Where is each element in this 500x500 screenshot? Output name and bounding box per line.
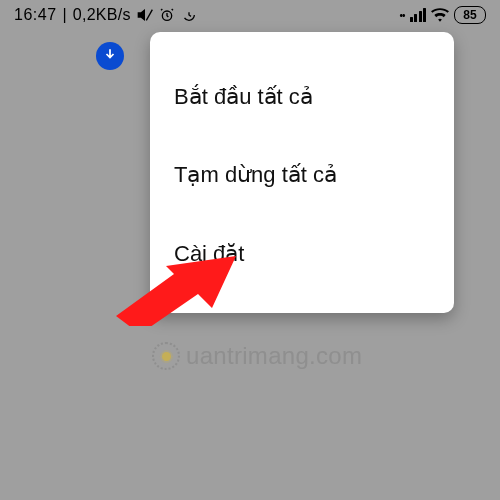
watermark-text: uantrimang.com: [186, 342, 362, 370]
status-separator: |: [63, 6, 67, 24]
network-speed: 0,2KB/s: [73, 6, 131, 24]
menu-item-start-all[interactable]: Bắt đầu tất cả: [150, 58, 454, 136]
signal-dots-icon: ••: [399, 10, 404, 21]
menu-item-label: Tạm dừng tất cả: [174, 162, 337, 187]
wifi-icon: [431, 8, 449, 22]
bulb-icon: [152, 342, 180, 370]
menu-item-pause-all[interactable]: Tạm dừng tất cả: [150, 136, 454, 214]
status-right: •• 85: [399, 6, 486, 24]
svg-line-0: [146, 10, 152, 21]
cellular-signal-icon: [410, 8, 427, 22]
menu-item-label: Bắt đầu tất cả: [174, 84, 313, 109]
clock-time: 16:47: [14, 6, 57, 24]
watermark: uantrimang.com: [152, 342, 362, 370]
progress-icon: [181, 7, 197, 23]
menu-item-settings[interactable]: Cài đặt: [150, 215, 454, 293]
battery-indicator: 85: [454, 6, 486, 24]
download-indicator-button[interactable]: [96, 42, 124, 70]
download-arrow-icon: [103, 47, 117, 65]
alarm-icon: [159, 7, 175, 23]
mute-icon: [137, 7, 153, 23]
battery-percent: 85: [463, 8, 476, 22]
status-left: 16:47 | 0,2KB/s: [14, 6, 197, 24]
overflow-menu: Bắt đầu tất cả Tạm dừng tất cả Cài đặt: [150, 32, 454, 313]
status-bar: 16:47 | 0,2KB/s ••: [0, 0, 500, 30]
menu-item-label: Cài đặt: [174, 241, 244, 266]
